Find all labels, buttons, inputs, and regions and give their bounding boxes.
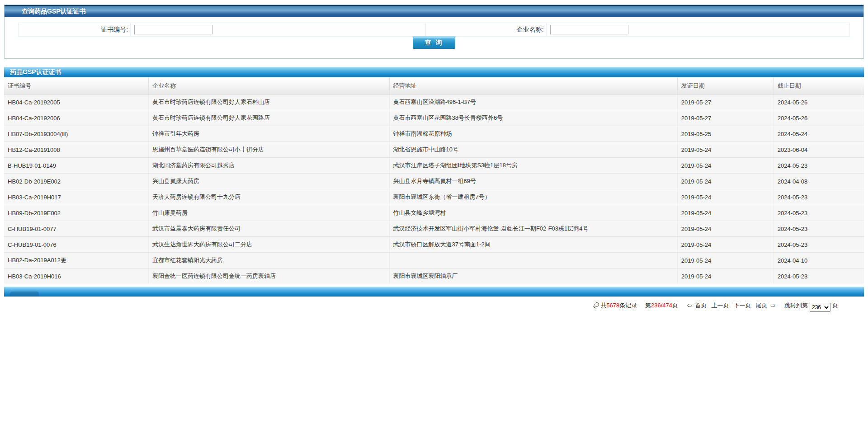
cell-expiry-date: 2024-05-23 [774, 189, 864, 205]
query-panel-title: 查询药品GSP认证证书 [22, 8, 86, 16]
cell-cert-number: HB02-Da-2019A012更 [4, 253, 149, 268]
cell-business-address [389, 253, 677, 268]
cell-company-name: 武汉市益晨泰大药房有限责任公司 [149, 221, 390, 237]
cell-company-name: 黄石市时珍药店连锁有限公司好人家石料山店 [149, 94, 390, 110]
column-header-business-address: 经营地址 [389, 77, 677, 94]
query-form-row: 证书编号: 企业名称: [19, 23, 850, 37]
results-title: 药品GSP认证证书 [10, 68, 61, 76]
cell-business-address: 湖北省恩施市中山路10号 [389, 142, 677, 158]
cell-cert-number: HB09-Db-2019E002 [4, 205, 149, 221]
company-name-input[interactable] [550, 25, 628, 34]
cell-company-name: 恩施州百草堂医药连锁有限公司小十街分店 [149, 142, 390, 158]
cell-cert-number: HB04-Ca-20192006 [4, 110, 149, 126]
cell-issue-date: 2019-05-24 [677, 237, 774, 253]
cell-expiry-date: 2024-05-24 [774, 126, 864, 142]
table-row: B-HUB19-01-0149湖北同济堂药房有限公司越秀店武汉市江岸区塔子湖组团… [4, 158, 864, 174]
cell-business-address: 襄阳市襄城区东街（省一建租房7号） [389, 189, 677, 205]
cell-expiry-date: 2023-06-04 [774, 142, 864, 158]
cell-expiry-date: 2024-05-23 [774, 237, 864, 253]
cell-issue-date: 2019-05-27 [677, 94, 774, 110]
cell-business-address: 武汉市江岸区塔子湖组团Ⅰ地块第S3幢1层18号房 [389, 158, 677, 174]
cell-company-name: 天济大药房连锁有限公司十九分店 [149, 189, 390, 205]
cell-business-address: 襄阳市襄城区襄阳轴承厂 [389, 268, 677, 284]
record-count-value: 5678 [606, 302, 619, 309]
table-row: HB02-Db-2019E002兴山县岚康大药房兴山县水月寺镇高岚村一组69号2… [4, 174, 864, 189]
cell-business-address: 兴山县水月寺镇高岚村一组69号 [389, 174, 677, 189]
cell-cert-number: HB03-Ca-2019H016 [4, 268, 149, 284]
cell-business-address: 黄石市西塞山区花园路38号长青楼西外6号 [389, 110, 677, 126]
pagination: 共5678条记录 第236/474页 ⇦首页上一页下一页尾页⇨ 跳转到第236页 [0, 301, 868, 312]
first-page-link[interactable]: 首页 [695, 302, 707, 309]
cell-cert-number: B-HUB19-01-0149 [4, 158, 149, 174]
table-row: HB07-Db-20193004(Ⅲ)钟祥市引年大药房钟祥市南湖棉花原种场201… [4, 126, 864, 142]
record-count: 共5678条记录 [600, 302, 637, 309]
cell-expiry-date: 2024-04-10 [774, 253, 864, 268]
cell-issue-date: 2019-05-24 [677, 174, 774, 189]
table-header-row: 证书编号 企业名称 经营地址 发证日期 截止日期 [4, 77, 864, 94]
cell-issue-date: 2019-05-24 [677, 158, 774, 174]
table-row: HB09-Db-2019E002竹山康灵药房竹山县文峰乡塘湾村2019-05-2… [4, 205, 864, 221]
table-row: HB02-Da-2019A012更宜都市红花套镇阳光大药房2019-05-242… [4, 253, 864, 268]
table-row: HB03-Ca-2019H016襄阳金统一医药连锁有限公司金统一药房襄轴店襄阳市… [4, 268, 864, 284]
jump-page-select[interactable]: 236 [810, 303, 830, 312]
cell-business-address: 竹山县文峰乡塘湾村 [389, 205, 677, 221]
cell-cert-number: HB02-Db-2019E002 [4, 174, 149, 189]
table-row: C-HUB19-01-0077武汉市益晨泰大药房有限责任公司武汉经济技术开发区军… [4, 221, 864, 237]
magnifier-icon [593, 302, 599, 308]
cell-company-name: 钟祥市引年大药房 [149, 126, 390, 142]
cell-company-name: 襄阳金统一医药连锁有限公司金统一药房襄轴店 [149, 268, 390, 284]
footer-tab [10, 292, 39, 297]
search-button[interactable]: 查 询 [413, 37, 455, 49]
column-header-issue-date: 发证日期 [677, 77, 774, 94]
cell-expiry-date: 2024-05-23 [774, 158, 864, 174]
cell-issue-date: 2019-05-25 [677, 126, 774, 142]
jump-to-page: 跳转到第236页 [784, 302, 838, 309]
page-nav: ⇦首页上一页下一页尾页⇨ [686, 302, 778, 309]
arrow-left-icon: ⇦ [687, 302, 692, 309]
cell-expiry-date: 2024-05-23 [774, 221, 864, 237]
cell-issue-date: 2019-05-24 [677, 253, 774, 268]
last-page-link[interactable]: 尾页 [755, 302, 767, 309]
cell-issue-date: 2019-05-24 [677, 268, 774, 284]
footer-bar [4, 287, 864, 297]
query-panel-header: 查询药品GSP认证证书 [5, 5, 863, 17]
cert-number-input[interactable] [134, 25, 212, 34]
page-indicator-value: 236/474 [651, 302, 672, 309]
page: 查询药品GSP认证证书 证书编号: 企业名称: [0, 5, 868, 438]
cell-company-name: 湖北同济堂药房有限公司越秀店 [149, 158, 390, 174]
table-row: HB03-Ca-2019H017天济大药房连锁有限公司十九分店襄阳市襄城区东街（… [4, 189, 864, 205]
cell-expiry-date: 2024-05-26 [774, 94, 864, 110]
query-button-row: 查 询 [18, 37, 850, 58]
cell-company-name: 兴山县岚康大药房 [149, 174, 390, 189]
table-row: HB04-Ca-20192006黄石市时珍药店连锁有限公司好人家花园路店黄石市西… [4, 110, 864, 126]
cell-company-name: 竹山康灵药房 [149, 205, 390, 221]
query-form: 证书编号: 企业名称: 查 询 [5, 17, 863, 58]
cell-issue-date: 2019-05-24 [677, 189, 774, 205]
cert-number-label: 证书编号: [101, 26, 128, 33]
cell-cert-number: HB07-Db-20193004(Ⅲ) [4, 126, 149, 142]
prev-page-link[interactable]: 上一页 [711, 302, 729, 309]
table-row: HB12-Ca-20191008恩施州百草堂医药连锁有限公司小十街分店湖北省恩施… [4, 142, 864, 158]
company-name-label: 企业名称: [517, 26, 544, 33]
cell-expiry-date: 2024-05-23 [774, 205, 864, 221]
page-indicator: 第236/474页 [645, 302, 678, 309]
table-row: C-HUB19-01-0076武汉生达新世界大药房有限公司二分店武汉市硚口区解放… [4, 237, 864, 253]
cell-company-name: 黄石市时珍药店连锁有限公司好人家花园路店 [149, 110, 390, 126]
cell-issue-date: 2019-05-24 [677, 221, 774, 237]
cell-business-address: 武汉市硚口区解放大道37号南面1-2间 [389, 237, 677, 253]
query-panel: 查询药品GSP认证证书 证书编号: 企业名称: [4, 5, 864, 59]
table-row: HB04-Ca-20192005黄石市时珍药店连锁有限公司好人家石料山店黄石西塞… [4, 94, 864, 110]
results-table: 证书编号 企业名称 经营地址 发证日期 截止日期 HB04-Ca-2019200… [4, 77, 864, 284]
cell-cert-number: HB03-Ca-2019H017 [4, 189, 149, 205]
cell-cert-number: HB12-Ca-20191008 [4, 142, 149, 158]
cell-cert-number: HB04-Ca-20192005 [4, 94, 149, 110]
cell-expiry-date: 2024-04-08 [774, 174, 864, 189]
cell-issue-date: 2019-05-24 [677, 142, 774, 158]
column-header-company-name: 企业名称 [149, 77, 390, 94]
cell-business-address: 黄石西塞山区沿湖路496-1-B7号 [389, 94, 677, 110]
next-page-link[interactable]: 下一页 [733, 302, 751, 309]
cell-company-name: 武汉生达新世界大药房有限公司二分店 [149, 237, 390, 253]
cell-issue-date: 2019-05-24 [677, 205, 774, 221]
cell-business-address: 武汉经济技术开发区军山街小军村海伦堡·君临长江一期F02-F03栋1层商4号 [389, 221, 677, 237]
cell-expiry-date: 2024-05-26 [774, 110, 864, 126]
